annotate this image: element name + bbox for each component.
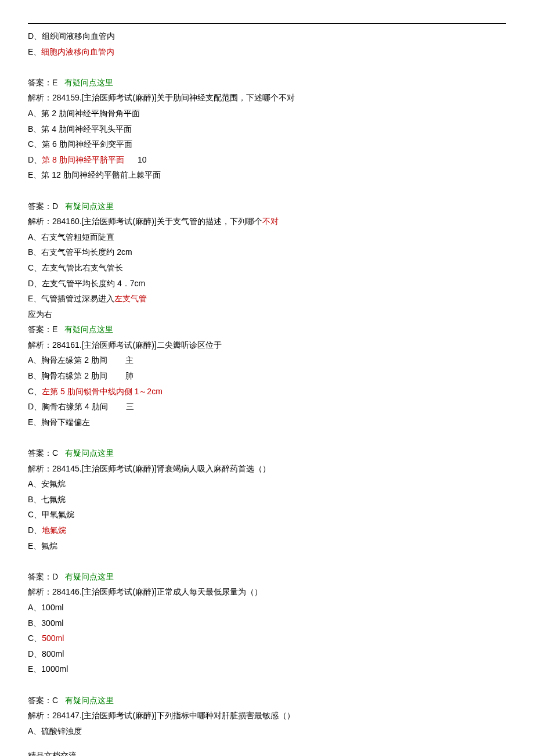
text-line: 答案：C 有疑问点这里	[28, 445, 506, 461]
text-line: 答案：E 有疑问点这里	[28, 75, 506, 91]
text-line: B、七氟烷	[28, 492, 506, 507]
text-line: C、左支气管比右支气管长	[28, 260, 506, 276]
text-run: D、	[28, 155, 42, 164]
text-run: D、左支气管平均长度约 4．7cm	[28, 279, 145, 288]
text-run: A、安氟烷	[28, 479, 66, 488]
text-line: D、左支气管平均长度约 4．7cm	[28, 276, 506, 291]
text-run: 答案：E	[28, 78, 64, 87]
text-run: D、胸骨右缘第 4 肋间 三	[28, 402, 134, 411]
text-line: 答案：C 有疑问点这里	[28, 693, 506, 708]
text-run: E、氟烷	[28, 541, 57, 550]
text-line: D、胸骨右缘第 4 肋间 三	[28, 399, 506, 415]
text-line: E、第 12 肋间神经约平骼前上棘平面	[28, 167, 506, 183]
text-run: 答案：E	[28, 325, 64, 334]
text-line: A、安氟烷	[28, 476, 506, 492]
hint-link: 有疑问点这里	[64, 325, 113, 334]
text-line: C、左第 5 肋间锁骨中线内侧 1～2cm	[28, 384, 506, 399]
text-line: 解析：284145.[主治医师考试(麻醉)]肾衰竭病人吸入麻醉药首选（）	[28, 461, 506, 477]
text-run: B、第 4 肋间神经平乳头平面	[28, 124, 132, 134]
text-run: E、气管插管过深易进入	[28, 294, 114, 303]
text-run: 应为右	[28, 309, 52, 319]
text-run: B、300ml	[28, 618, 63, 628]
text-line: B、右支气管平均长度约 2cm	[28, 244, 506, 260]
text-run: E、胸骨下端偏左	[28, 417, 90, 427]
hint-link: 有疑问点这里	[65, 696, 114, 705]
text-line: A、胸骨左缘第 2 肋间 主	[28, 352, 506, 368]
text-line: E、氟烷	[28, 538, 506, 554]
highlight-text: 细胞内液移向血管内	[41, 47, 114, 56]
blank-line	[28, 183, 506, 199]
footer-text: 精品文档交流	[28, 748, 506, 756]
text-run: A、右支气管粗短而陡直	[28, 232, 114, 242]
text-line: A、硫酸锌浊度	[28, 723, 506, 739]
text-run: 答案：C	[28, 696, 65, 705]
top-rule	[28, 23, 506, 24]
text-run: 解析：284147.[主治医师考试(麻醉)]下列指标中哪种对肝脏损害最敏感（）	[28, 711, 295, 720]
text-line: D、第 8 肋间神经平脐平面 10	[28, 152, 506, 168]
text-line: A、右支气管粗短而陡直	[28, 229, 506, 245]
text-line: 解析：284147.[主治医师考试(麻醉)]下列指标中哪种对肝脏损害最敏感（）	[28, 708, 506, 723]
highlight-text: 左支气管	[114, 294, 147, 303]
text-line: 解析：284160.[主治医师考试(麻醉)]关于支气管的描述，下列哪个不对	[28, 214, 506, 229]
text-line: E、1000ml	[28, 661, 506, 677]
text-run: 答案：D	[28, 201, 65, 211]
text-run: A、第 2 肋间神经平胸骨角平面	[28, 109, 140, 118]
text-line: A、第 2 肋间神经平胸骨角平面	[28, 106, 506, 121]
text-run: E、	[28, 47, 41, 56]
text-run: 解析：284160.[主治医师考试(麻醉)]关于支气管的描述，下列哪个	[28, 217, 262, 226]
text-line: B、胸骨右缘第 2 肋间 肺	[28, 368, 506, 384]
document-body: D、组织间液移向血管内E、细胞内液移向血管内答案：E 有疑问点这里解析：2841…	[28, 28, 506, 739]
hint-link: 有疑问点这里	[64, 78, 113, 87]
text-run: A、硫酸锌浊度	[28, 726, 82, 736]
blank-line	[28, 430, 506, 445]
text-line: D、地氟烷	[28, 523, 506, 538]
text-line: 答案：E 有疑问点这里	[28, 322, 506, 337]
text-line: 解析：284161.[主治医师考试(麻醉)]二尖瓣听诊区位于	[28, 337, 506, 353]
text-run: 解析：284145.[主治医师考试(麻醉)]肾衰竭病人吸入麻醉药首选（）	[28, 464, 270, 473]
text-run: C、第 6 肋间神经平剑突平面	[28, 139, 132, 149]
text-line: E、气管插管过深易进入左支气管	[28, 291, 506, 307]
text-run: 解析：284146.[主治医师考试(麻醉)]正常成人每天最低尿量为（）	[28, 587, 262, 596]
text-run: E、1000ml	[28, 664, 68, 674]
text-line: 解析：284146.[主治医师考试(麻醉)]正常成人每天最低尿量为（）	[28, 584, 506, 600]
text-line: B、第 4 肋间神经平乳头平面	[28, 121, 506, 137]
text-line: A、100ml	[28, 600, 506, 615]
highlight-text: 第 8 肋间神经平脐平面	[42, 155, 124, 164]
text-line: D、组织间液移向血管内	[28, 28, 506, 44]
text-line: B、300ml	[28, 615, 506, 631]
text-run: B、七氟烷	[28, 495, 66, 504]
text-line: 应为右	[28, 307, 506, 322]
text-line: E、细胞内液移向血管内	[28, 44, 506, 60]
text-run: 解析：284161.[主治医师考试(麻醉)]二尖瓣听诊区位于	[28, 340, 222, 350]
text-run: C、	[28, 387, 42, 396]
text-line: 答案：D 有疑问点这里	[28, 569, 506, 585]
text-run: C、左支气管比右支气管长	[28, 263, 123, 272]
text-run: C、	[28, 633, 42, 643]
text-line: C、甲氧氟烷	[28, 507, 506, 523]
blank-line	[28, 553, 506, 569]
text-run: C、甲氧氟烷	[28, 510, 74, 519]
text-line: 解析：284159.[主治医师考试(麻醉)]关于肋间神经支配范围，下述哪个不对	[28, 90, 506, 106]
text-run: D、	[28, 525, 42, 535]
highlight-text: 500ml	[42, 633, 64, 643]
text-run: D、组织间液移向血管内	[28, 31, 115, 41]
blank-line	[28, 677, 506, 693]
text-run: B、胸骨右缘第 2 肋间 肺	[28, 371, 134, 380]
text-line: D、800ml	[28, 646, 506, 662]
text-run: D、800ml	[28, 649, 64, 658]
text-line: 答案：D 有疑问点这里	[28, 199, 506, 214]
highlight-text: 地氟烷	[42, 525, 66, 535]
hint-link: 有疑问点这里	[65, 572, 114, 581]
text-line: E、胸骨下端偏左	[28, 415, 506, 430]
text-line: C、500ml	[28, 631, 506, 646]
text-run: 10	[124, 155, 147, 164]
text-run: E、第 12 肋间神经约平骼前上棘平面	[28, 170, 161, 179]
highlight-text: 不对	[262, 217, 279, 226]
hint-link: 有疑问点这里	[65, 448, 114, 458]
highlight-text: 左第 5 肋间锁骨中线内侧 1～2cm	[42, 387, 163, 396]
text-line: C、第 6 肋间神经平剑突平面	[28, 136, 506, 152]
text-run: 解析：284159.[主治医师考试(麻醉)]关于肋间神经支配范围，下述哪个不对	[28, 93, 295, 102]
text-run: B、右支气管平均长度约 2cm	[28, 247, 132, 257]
blank-line	[28, 59, 506, 75]
text-run: A、100ml	[28, 603, 63, 612]
